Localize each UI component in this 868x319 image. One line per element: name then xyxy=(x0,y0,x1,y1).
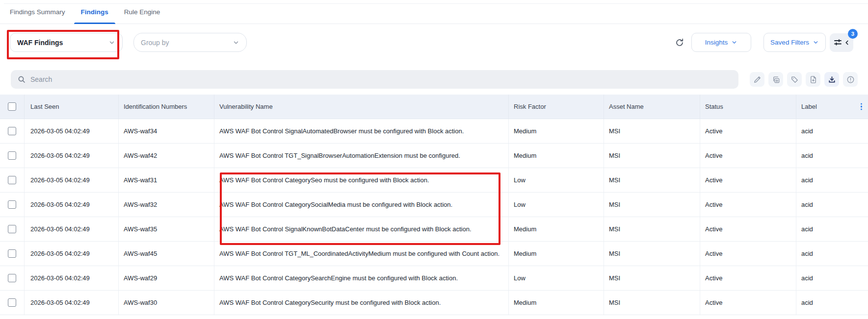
cell-status: Active xyxy=(700,144,796,168)
row-checkbox[interactable] xyxy=(8,249,16,258)
saved-filters-label: Saved Filters xyxy=(770,39,809,46)
column-options-kebab-icon[interactable] xyxy=(861,103,862,110)
row-checkbox[interactable] xyxy=(8,298,16,307)
cell-identification-number: AWS-waf34 xyxy=(119,119,214,143)
cell-risk-factor: Medium xyxy=(509,119,604,143)
tab-findings-summary[interactable]: Findings Summary xyxy=(2,0,73,24)
cell-label: acid xyxy=(796,266,868,290)
cell-vulnerability-name: AWS WAF Bot Control TGT_SignalBrowserAut… xyxy=(214,144,509,168)
column-header-label-text[interactable]: Label xyxy=(801,103,817,110)
row-checkbox[interactable] xyxy=(8,127,16,135)
download-icon xyxy=(828,75,836,84)
alert-info-button[interactable] xyxy=(843,72,858,87)
table-row[interactable]: 2026-03-05 04:02:49 AWS-waf42 AWS WAF Bo… xyxy=(0,144,868,168)
cell-label: acid xyxy=(796,242,868,266)
insights-label: Insights xyxy=(705,39,728,46)
cell-label: acid xyxy=(796,291,868,315)
findings-table: Last Seen Identification Numbers Vulnera… xyxy=(0,95,868,315)
column-header-vulnerability-name[interactable]: Vulnerability Name xyxy=(214,95,509,119)
tab-findings[interactable]: Findings xyxy=(73,0,116,24)
cell-risk-factor: Medium xyxy=(509,291,604,315)
group-by-select[interactable]: Group by xyxy=(133,33,247,52)
cell-status: Active xyxy=(700,168,796,192)
cell-risk-factor: Low xyxy=(509,266,604,290)
cell-asset-name: MSI xyxy=(604,119,700,143)
tag-button[interactable] xyxy=(787,72,802,87)
table-row[interactable]: 2026-03-05 04:02:49 AWS-waf30 AWS WAF Bo… xyxy=(0,291,868,315)
controls-row: WAF Findings Group by Insights xyxy=(10,33,853,52)
column-header-label: Label xyxy=(796,95,868,119)
cell-status: Active xyxy=(700,266,796,290)
duplicate-button[interactable] xyxy=(768,72,783,87)
cell-vulnerability-name: AWS WAF Bot Control CategorySocialMedia … xyxy=(214,193,509,217)
group-by-placeholder: Group by xyxy=(141,39,169,47)
cell-status: Active xyxy=(700,242,796,266)
pencil-icon xyxy=(753,75,762,84)
cell-status: Active xyxy=(700,119,796,143)
search-box[interactable] xyxy=(11,70,738,89)
table-row[interactable]: 2026-03-05 04:02:49 AWS-waf45 AWS WAF Bo… xyxy=(0,242,868,266)
row-actions-toolbar xyxy=(750,72,858,87)
table-header-row: Last Seen Identification Numbers Vulnera… xyxy=(0,95,868,119)
insights-button[interactable]: Insights xyxy=(691,33,751,52)
column-header-status[interactable]: Status xyxy=(700,95,796,119)
tune-filter-icon xyxy=(833,38,842,47)
edit-button[interactable] xyxy=(750,72,764,87)
findings-page: Findings Summary Findings Rule Engine WA… xyxy=(0,0,868,319)
row-checkbox-cell xyxy=(0,119,25,143)
tab-bar: Findings Summary Findings Rule Engine xyxy=(0,0,868,24)
finding-type-select[interactable]: WAF Findings xyxy=(10,33,123,52)
refresh-button[interactable] xyxy=(675,38,684,48)
search-input[interactable] xyxy=(30,75,732,83)
row-checkbox-cell xyxy=(0,291,25,315)
filter-panel-toggle[interactable]: 3 xyxy=(830,33,853,52)
table-row[interactable]: 2026-03-05 04:02:49 AWS-waf31 AWS WAF Bo… xyxy=(0,168,868,193)
row-checkbox[interactable] xyxy=(8,225,16,233)
saved-filters-button[interactable]: Saved Filters xyxy=(763,33,826,52)
row-checkbox[interactable] xyxy=(8,274,16,282)
cell-vulnerability-name: AWS WAF Bot Control CategorySecurity mus… xyxy=(214,291,509,315)
column-header-last-seen[interactable]: Last Seen xyxy=(25,95,119,119)
cell-last-seen: 2026-03-05 04:02:49 xyxy=(25,144,119,168)
row-checkbox[interactable] xyxy=(8,200,16,209)
cell-risk-factor: Low xyxy=(509,193,604,217)
cell-asset-name: MSI xyxy=(604,266,700,290)
select-all-cell xyxy=(0,95,25,119)
cell-last-seen: 2026-03-05 04:02:49 xyxy=(25,242,119,266)
row-checkbox-cell xyxy=(0,193,25,217)
cell-identification-number: AWS-waf45 xyxy=(119,242,214,266)
row-checkbox[interactable] xyxy=(8,151,16,160)
cell-label: acid xyxy=(796,119,868,143)
column-header-asset-name[interactable]: Asset Name xyxy=(604,95,700,119)
file-plus-icon xyxy=(809,75,817,84)
chevron-down-icon xyxy=(731,39,737,46)
cell-asset-name: MSI xyxy=(604,217,700,241)
table-row[interactable]: 2026-03-05 04:02:49 AWS-waf32 AWS WAF Bo… xyxy=(0,193,868,217)
copy-plus-icon xyxy=(772,75,780,84)
cell-identification-number: AWS-waf30 xyxy=(119,291,214,315)
cell-vulnerability-name: AWS WAF Bot Control CategorySeo must be … xyxy=(214,168,509,192)
row-checkbox[interactable] xyxy=(8,176,16,184)
table-row[interactable]: 2026-03-05 04:02:49 AWS-waf34 AWS WAF Bo… xyxy=(0,119,868,144)
cell-status: Active xyxy=(700,193,796,217)
cell-vulnerability-name: AWS WAF Bot Control CategorySearchEngine… xyxy=(214,266,509,290)
table-row[interactable]: 2026-03-05 04:02:49 AWS-waf35 AWS WAF Bo… xyxy=(0,217,868,242)
download-button[interactable] xyxy=(824,72,839,87)
table-row[interactable]: 2026-03-05 04:02:49 AWS-waf29 AWS WAF Bo… xyxy=(0,266,868,291)
row-checkbox-cell xyxy=(0,242,25,266)
tab-rule-engine[interactable]: Rule Engine xyxy=(116,0,168,24)
cell-identification-number: AWS-waf29 xyxy=(119,266,214,290)
select-all-checkbox[interactable] xyxy=(8,102,16,111)
cell-identification-number: AWS-waf42 xyxy=(119,144,214,168)
chevron-down-icon xyxy=(108,39,115,46)
search-row xyxy=(11,70,858,89)
column-header-identification-numbers[interactable]: Identification Numbers xyxy=(119,95,214,119)
cell-asset-name: MSI xyxy=(604,291,700,315)
cell-last-seen: 2026-03-05 04:02:49 xyxy=(25,193,119,217)
table-body: 2026-03-05 04:02:49 AWS-waf34 AWS WAF Bo… xyxy=(0,119,868,315)
cell-risk-factor: Medium xyxy=(509,144,604,168)
column-header-risk-factor[interactable]: Risk Factor xyxy=(509,95,604,119)
cell-vulnerability-name: AWS WAF Bot Control SignalAutomatedBrows… xyxy=(214,119,509,143)
add-document-button[interactable] xyxy=(806,72,820,87)
cell-status: Active xyxy=(700,217,796,241)
